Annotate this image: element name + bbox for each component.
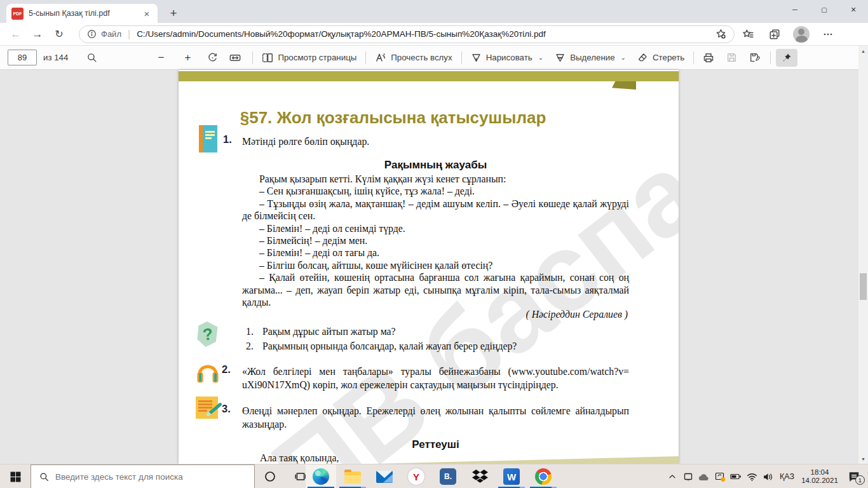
tray-battery-button[interactable] [728,464,744,488]
erase-label: Стереть [653,53,684,62]
pdf-search-button[interactable] [85,50,98,66]
avatar [793,26,810,43]
lesson-title: §57. Жол қозғалысына қатысушылар [179,108,679,128]
taskbar-clock[interactable]: 18:04 14.02.2021 [799,468,840,485]
page-number-input[interactable] [8,50,37,65]
taskbar-app-file-explorer[interactable] [337,464,368,488]
story-paragraph: – Қалай өтейін, көшенің ортасына барғанш… [242,271,629,308]
window-minimize-button[interactable]: ─ [780,0,810,19]
taskbar-app-dropbox[interactable] [465,464,495,488]
info-icon [87,29,97,39]
page-view-icon [262,52,273,64]
poem-line: Ала таяқ қолында, [260,452,339,464]
chevron-down-icon[interactable]: ⌄ [621,54,626,61]
taskbar-app-vk[interactable]: В. [433,464,463,488]
draw-pen-icon [471,52,482,63]
address-bar[interactable]: Файл | C:/Users/admin/Documents/Новый%20… [79,25,735,43]
system-tray: ҚАЗ 18:04 14.02.2021 1 [665,464,868,488]
edge-icon [313,468,329,485]
task-text: Өлеңді мәнерлеп оқыңдар. Ережелерді өлең… [242,404,629,431]
taskbar-app-edge[interactable] [306,464,336,488]
new-tab-button[interactable]: + [165,5,182,22]
scroll-up-icon[interactable]: ▲ [858,46,868,56]
highlight-button[interactable]: Выделение ⌄ [555,52,626,63]
draw-button[interactable]: Нарисовать ⌄ [471,52,543,63]
collections-button[interactable] [761,25,788,44]
story-paragraph: – Білмейсің! – дедім мен. [242,234,629,247]
vk-icon: В. [440,468,456,485]
favorites-button[interactable] [735,25,761,44]
pdf-page: АРМАН-ПВ баспасы §57. Жол қозғалысына қа… [179,70,679,464]
tray-time: 18:04 [799,468,840,477]
taskbar-search-box[interactable] [31,464,255,488]
taskbar-search-input[interactable] [55,472,254,482]
read-aloud-label: Прочесть вслух [391,53,452,62]
question-number: 1. [246,324,262,339]
page-total-label: из 144 [43,53,68,62]
window-maximize-button[interactable]: ▢ [810,0,839,19]
active-tab[interactable]: PDF 5-сынып Қазақ тілі.pdf × [6,4,158,23]
star-plus-icon [715,29,726,39]
erase-button[interactable]: Стереть [637,52,684,63]
task-text: «Жол белгілері мен таңбалары» туралы бей… [242,365,629,391]
fit-width-icon [229,52,241,64]
page-view-button[interactable]: Просмотр страницы [262,52,356,64]
add-favorite-button[interactable] [711,27,730,42]
taskbar-app-word[interactable]: W [496,464,527,488]
reading-task-icon [199,125,217,152]
browser-menu-button[interactable] [815,25,841,44]
question-text: Рақымның орнында болсаңдар, қалай жауап … [262,339,517,353]
print-button[interactable] [702,50,715,66]
tray-date: 14.02.2021 [799,477,840,485]
speaker-icon [763,472,773,482]
tray-wifi-button[interactable] [744,464,760,488]
language-indicator[interactable]: ҚАЗ [776,472,799,481]
zoom-in-button[interactable]: + [180,51,195,64]
story-author: ( Нәсіреддин Сералиев ) [242,308,629,320]
taskbar-app-chrome[interactable] [528,464,559,488]
cortana-button[interactable] [255,464,285,488]
fit-width-button[interactable] [228,50,242,66]
question-glyph: ? [201,324,214,344]
profile-button[interactable] [788,25,815,44]
dropbox-icon [472,470,488,484]
tray-sync-button[interactable] [712,464,728,488]
task-number: 1. [223,133,232,146]
pdf-file-icon: PDF [11,8,24,20]
task-view-icon [295,471,306,482]
tray-volume-button[interactable] [760,464,776,488]
notification-count-badge: 1 [855,475,865,485]
search-icon [39,472,49,482]
tray-device-button[interactable] [681,464,696,488]
pin-toolbar-button[interactable] [776,49,797,67]
rotate-button[interactable] [205,50,219,66]
save-button[interactable] [724,50,738,66]
zoom-out-button[interactable]: − [153,51,168,64]
tab-close-icon[interactable]: × [141,8,153,19]
scrollbar-thumb[interactable] [860,273,867,300]
story-paragraph: – Білемін! – деді ол сенімді түрде. [242,222,629,234]
taskbar-app-yandex[interactable]: Y [401,464,431,488]
url-text: C:/Users/admin/Documents/Новый%20формат/… [137,29,711,39]
yandex-icon: Y [408,468,424,485]
window-close-button[interactable]: × [839,0,868,19]
tray-expand-button[interactable] [665,464,681,488]
chevron-down-icon[interactable]: ⌄ [538,54,543,61]
back-button[interactable]: ← [5,25,27,44]
question-number: 2. [246,339,262,353]
refresh-button[interactable]: ↻ [48,25,70,44]
scroll-down-icon[interactable]: ▼ [858,454,868,464]
tray-onedrive-button[interactable] [696,464,712,488]
draw-label: Нарисовать [486,53,532,62]
forward-button[interactable]: → [27,25,48,44]
taskbar-app-mail[interactable] [369,464,400,488]
print-icon [703,52,714,64]
action-center-button[interactable]: 1 [840,464,868,488]
vertical-scrollbar[interactable]: ▲ ▼ [858,46,868,464]
questions-list: 1. Рақым дұрыс айтып жатыр ма? 2. Рақымн… [246,324,627,353]
pdf-toolbar: из 144 − + Просмотр страницы Прочесть вс… [0,46,858,70]
save-as-button[interactable] [747,50,761,66]
start-button[interactable] [0,464,31,488]
pdf-viewer[interactable]: АРМАН-ПВ баспасы §57. Жол қозғалысына қа… [0,70,858,464]
read-aloud-button[interactable]: Прочесть вслух [375,52,452,64]
